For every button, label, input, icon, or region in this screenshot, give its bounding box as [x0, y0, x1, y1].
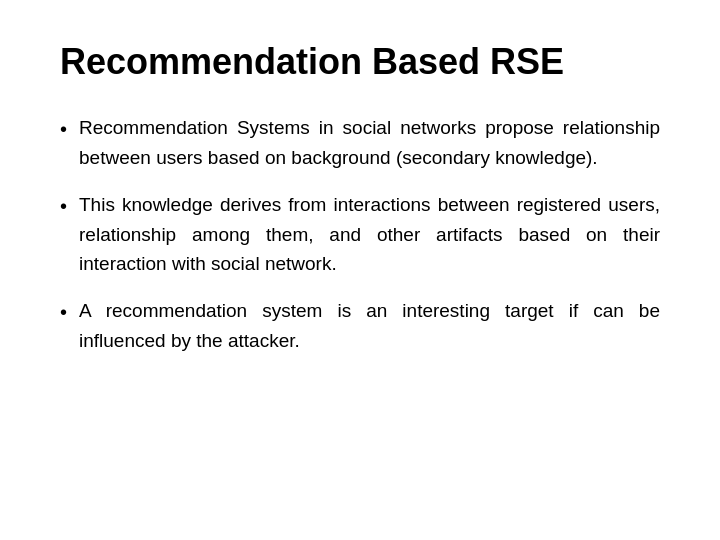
bullet-symbol-2: •	[60, 191, 67, 222]
bullet-item-3: • A recommendation system is an interest…	[60, 296, 660, 355]
bullet-item-2: • This knowledge derives from interactio…	[60, 190, 660, 278]
bullet-item-1: • Recommendation Systems in social netwo…	[60, 113, 660, 172]
slide-title: Recommendation Based RSE	[60, 40, 660, 83]
slide: Recommendation Based RSE • Recommendatio…	[0, 0, 720, 540]
bullet-text-3: A recommendation system is an interestin…	[79, 296, 660, 355]
bullet-text-1: Recommendation Systems in social network…	[79, 113, 660, 172]
bullet-symbol-1: •	[60, 114, 67, 145]
bullet-text-2: This knowledge derives from interactions…	[79, 190, 660, 278]
bullet-symbol-3: •	[60, 297, 67, 328]
content-area: • Recommendation Systems in social netwo…	[60, 113, 660, 355]
